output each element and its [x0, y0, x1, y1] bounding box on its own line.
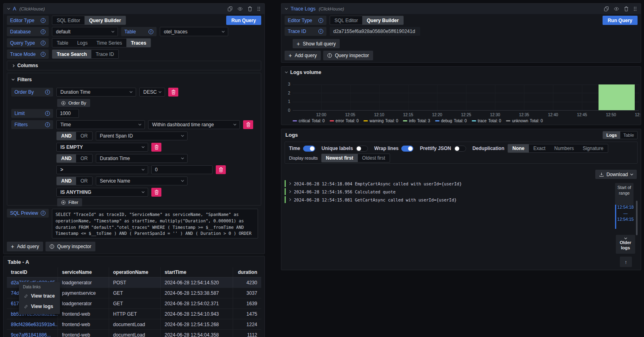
query-inspector-button[interactable]: Query inspector — [323, 51, 373, 60]
expand-chevron-icon[interactable] — [288, 182, 291, 185]
legend-item-error[interactable]: errorTotal: 0 — [330, 119, 359, 123]
view-logs-menu-item[interactable]: View logs — [19, 301, 60, 312]
info-icon[interactable]: i — [41, 18, 45, 23]
remove-filter-button[interactable] — [216, 165, 226, 174]
info-icon[interactable]: i — [318, 18, 323, 23]
sql-preview-code[interactable]: SELECT "TraceId" as traceID, "ServiceNam… — [52, 209, 258, 238]
log-range-indicator[interactable]: 12:54:18 — 12:54:15 — [616, 205, 635, 229]
or-option[interactable]: OR — [76, 177, 92, 185]
show-full-query-button[interactable]: + Show full query — [293, 39, 340, 48]
remove-order-by-button[interactable] — [168, 88, 178, 97]
add-order-by-button[interactable]: Order By — [57, 99, 90, 107]
copy-icon[interactable] — [228, 6, 232, 11]
limit-input[interactable] — [56, 109, 79, 118]
query-type-time-series[interactable]: Time Series — [92, 39, 127, 47]
info-icon[interactable]: i — [45, 122, 50, 127]
trace-search-option[interactable]: Trace Search — [52, 50, 91, 58]
columns-section[interactable]: Columns — [7, 61, 261, 70]
view-trace-menu-item[interactable]: View trace — [19, 291, 60, 301]
info-icon[interactable]: i — [41, 29, 45, 34]
dedup-exact-option[interactable]: Exact — [529, 144, 550, 152]
sql-editor-option[interactable]: SQL Editor — [330, 16, 362, 25]
collapse-chevron-icon[interactable] — [7, 7, 10, 10]
collapse-chevron-icon[interactable] — [285, 70, 288, 73]
filters-section-header[interactable]: Filters — [7, 76, 261, 83]
column-header-operationname[interactable]: operationName — [109, 267, 161, 277]
logs-volume-title[interactable]: Logs volume — [290, 70, 321, 75]
view-logs-option[interactable]: Logs — [603, 132, 620, 139]
info-icon[interactable]: i — [41, 52, 45, 57]
order-by-field-select[interactable]: Duration Time — [56, 88, 136, 97]
info-icon[interactable]: i — [45, 90, 50, 95]
legend-item-critical[interactable]: criticalTotal: 0 — [293, 119, 325, 123]
query-type-traces[interactable]: Traces — [126, 39, 151, 47]
trash-icon[interactable] — [248, 6, 252, 11]
add-filter-button[interactable]: Filter — [57, 198, 82, 206]
add-query-button[interactable]: + Add query — [7, 242, 43, 251]
remove-filter-button[interactable] — [243, 120, 253, 129]
filter-field-select[interactable]: Service Name — [96, 177, 188, 185]
info-icon[interactable]: i — [41, 211, 45, 216]
prettify-json-toggle[interactable] — [454, 146, 466, 152]
query-type-table[interactable]: Table — [52, 39, 73, 47]
drag-handle-icon[interactable] — [634, 6, 637, 11]
filter-operator-select[interactable]: IS EMPTY — [56, 143, 148, 152]
expand-chevron-icon[interactable] — [288, 190, 291, 193]
drag-handle-icon[interactable] — [257, 6, 260, 11]
logs-scrollbar[interactable] — [636, 201, 638, 235]
log-line[interactable]: 2024-06-28 12:54:16.956 Calculated quote — [285, 188, 592, 195]
trace-id-link[interactable]: 9ce7af61841886... — [7, 330, 58, 337]
remove-filter-button[interactable] — [151, 143, 161, 152]
newest-first-option[interactable]: Newest first — [322, 154, 358, 162]
legend-item-unknown[interactable]: unknownTotal: 0 — [506, 119, 543, 123]
download-button[interactable]: Download — [595, 170, 637, 179]
logs-volume-plot[interactable] — [293, 84, 639, 111]
legend-item-debug[interactable]: debugTotal: 0 — [435, 119, 467, 123]
unique-labels-toggle[interactable] — [356, 146, 368, 152]
sql-editor-option[interactable]: SQL Editor — [52, 16, 85, 25]
trash-icon[interactable] — [624, 6, 628, 11]
info-icon[interactable]: i — [41, 41, 45, 45]
info-volume-bar[interactable] — [599, 84, 635, 110]
dedup-none-option[interactable]: None — [508, 144, 529, 152]
filter-field-select[interactable]: Parent Span ID — [96, 132, 188, 140]
info-icon[interactable]: i — [149, 29, 153, 34]
table-select[interactable]: otel_traces — [160, 27, 228, 36]
eye-icon[interactable] — [237, 7, 243, 11]
view-table-option[interactable]: Table — [620, 132, 637, 139]
and-option[interactable]: AND — [57, 154, 76, 162]
filter-time-range-select[interactable]: Within dashboard time range — [148, 120, 240, 129]
filter-operator-select[interactable]: > — [56, 165, 148, 174]
run-query-button[interactable]: Run Query — [226, 16, 261, 25]
column-header-traceid[interactable]: traceID — [7, 267, 58, 277]
or-option[interactable]: OR — [76, 132, 92, 140]
wrap-lines-toggle[interactable] — [401, 146, 413, 152]
column-header-duration[interactable]: duration — [233, 267, 261, 277]
panel-title[interactable]: Trace Logs — [291, 6, 316, 12]
order-by-direction-select[interactable]: DESC — [139, 88, 165, 97]
database-select[interactable]: default — [52, 27, 118, 36]
filter-value-input[interactable] — [151, 165, 213, 174]
query-inspector-button[interactable]: Query inspector — [45, 242, 95, 251]
column-header-starttime[interactable]: startTime — [161, 267, 233, 277]
copy-icon[interactable] — [604, 6, 609, 11]
legend-item-info[interactable]: infoTotal: 3 — [403, 119, 430, 123]
panel-title[interactable]: A — [13, 6, 16, 12]
logs-panel-title[interactable]: Logs — [281, 129, 641, 138]
remove-filter-button[interactable] — [151, 188, 161, 197]
trace-id-input[interactable]: d2a7155ef6a928a05680e5ff6190241d — [330, 27, 420, 36]
collapse-chevron-icon[interactable] — [285, 7, 288, 10]
query-type-logs[interactable]: Logs — [73, 39, 92, 47]
oldest-first-option[interactable]: Oldest first — [358, 154, 390, 162]
info-icon[interactable]: i — [45, 111, 50, 116]
table-panel-title[interactable]: Table - A — [4, 256, 264, 265]
filter-field-select[interactable]: Duration Time — [96, 154, 188, 163]
trace-id-link[interactable]: 89cf4286e631591b4... — [7, 319, 58, 329]
legend-item-trace[interactable]: traceTotal: 0 — [472, 119, 501, 123]
or-option[interactable]: OR — [76, 154, 92, 162]
query-builder-option[interactable]: Query Builder — [85, 16, 125, 25]
and-option[interactable]: AND — [57, 132, 76, 140]
query-builder-option[interactable]: Query Builder — [362, 16, 403, 25]
dedup-numbers-option[interactable]: Numbers — [550, 144, 578, 152]
older-logs-button[interactable]: Older logs — [616, 235, 635, 254]
